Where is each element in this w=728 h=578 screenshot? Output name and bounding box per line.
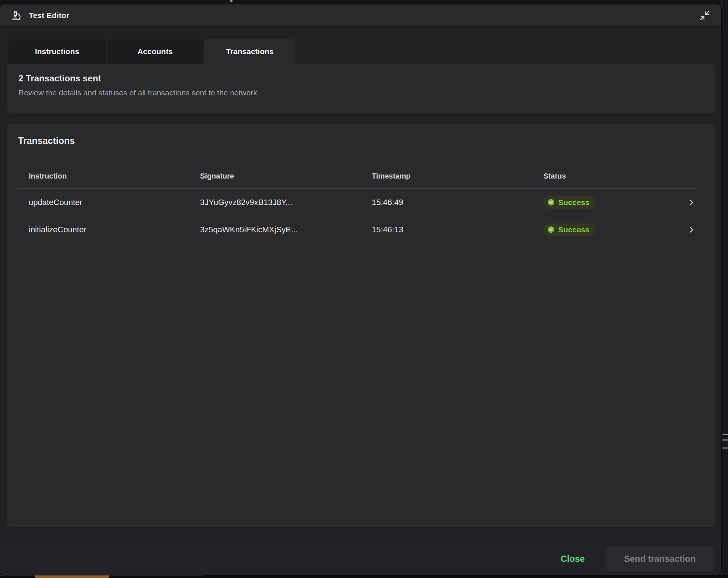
- check-circle-icon: [547, 226, 555, 233]
- background-app-right-edge: [721, 0, 728, 578]
- transactions-summary-panel: 2 Transactions sent Review the details a…: [7, 64, 715, 113]
- panel-header: Test Editor: [0, 4, 721, 27]
- close-button[interactable]: Close: [561, 554, 585, 564]
- background-scrollbar-mark: [722, 447, 728, 449]
- column-header-timestamp: Timestamp: [372, 172, 543, 180]
- background-scrollbar-mark: [722, 434, 728, 435]
- collapse-icon: [699, 10, 710, 21]
- transactions-card-title: Transactions: [18, 135, 75, 146]
- transactions-card: Transactions Instruction Signature Times…: [7, 124, 715, 527]
- status-badge: Success: [543, 196, 595, 209]
- table-row[interactable]: initializeCounter 3z5qaWKn5iFKicMXjSyE..…: [17, 216, 696, 243]
- editor-tabs: Instructions Accounts Transactions: [8, 39, 295, 64]
- send-transaction-button[interactable]: Send transaction: [606, 547, 714, 571]
- table-header-row: Instruction Signature Timestamp Status: [17, 164, 696, 189]
- cell-signature: 3z5qaWKn5iFKicMXjSyE...: [200, 225, 372, 235]
- tab-accounts[interactable]: Accounts: [108, 39, 203, 64]
- panel-footer: Close Send transaction: [0, 542, 721, 575]
- status-badge: Success: [543, 223, 595, 236]
- test-editor-panel: Test Editor Instructions Accounts Transa…: [0, 4, 721, 575]
- background-caret-artifact: [230, 0, 232, 2]
- collapse-panel-button[interactable]: [699, 10, 710, 21]
- summary-description: Review the details and statuses of all t…: [18, 88, 704, 97]
- chevron-right-icon: [687, 225, 696, 235]
- check-circle-icon: [547, 198, 555, 206]
- chevron-right-icon: [687, 198, 696, 207]
- background-statusbar-artifact: [35, 575, 109, 578]
- panel-title: Test Editor: [29, 11, 69, 20]
- summary-title: 2 Transactions sent: [18, 73, 704, 84]
- status-badge-label: Success: [558, 198, 589, 207]
- transactions-table: Instruction Signature Timestamp Status u…: [17, 164, 696, 243]
- background-scrollbar-mark: [722, 439, 728, 441]
- tab-transactions[interactable]: Transactions: [204, 39, 295, 64]
- table-row[interactable]: updateCounter 3JYuGyvz82v9xB13J8Y... 15:…: [17, 189, 696, 216]
- status-badge-label: Success: [558, 225, 589, 234]
- cell-instruction: updateCounter: [29, 198, 200, 207]
- cell-timestamp: 15:46:49: [372, 198, 543, 207]
- microscope-icon: [11, 10, 21, 21]
- cell-timestamp: 15:46:13: [372, 225, 543, 235]
- column-header-signature: Signature: [200, 172, 372, 180]
- cell-signature: 3JYuGyvz82v9xB13J8Y...: [200, 198, 372, 207]
- cell-instruction: initializeCounter: [29, 225, 200, 235]
- column-header-instruction: Instruction: [29, 172, 200, 180]
- column-header-status: Status: [543, 172, 680, 180]
- tab-instructions[interactable]: Instructions: [8, 39, 106, 64]
